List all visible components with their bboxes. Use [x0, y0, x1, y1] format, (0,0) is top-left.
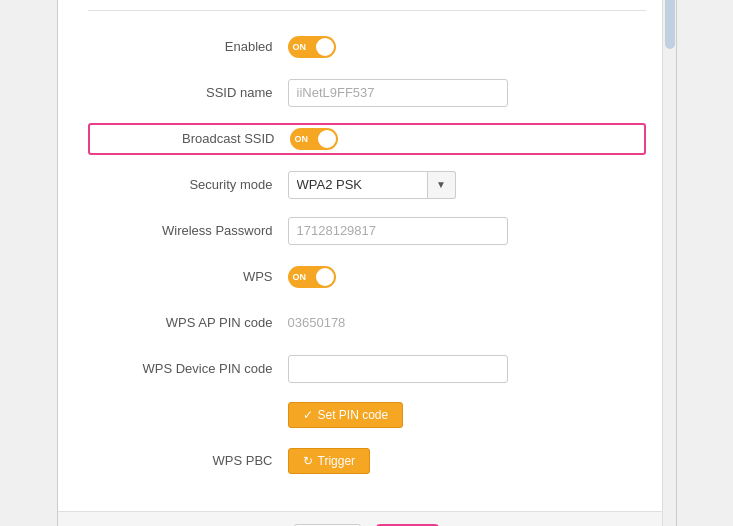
enabled-control: ON [288, 36, 646, 58]
security-mode-label: Security mode [88, 177, 288, 192]
broadcast-ssid-toggle-knob [318, 130, 336, 148]
broadcast-ssid-row: Broadcast SSID ON [88, 123, 646, 155]
wireless-password-input[interactable] [288, 217, 508, 245]
enabled-toggle-label: ON [293, 42, 307, 52]
security-mode-select-wrapper: WPA2 PSK WPA PSK WEP None ▼ [288, 171, 646, 199]
broadcast-ssid-toggle-label: ON [295, 134, 309, 144]
broadcast-ssid-toggle[interactable]: ON [290, 128, 338, 150]
broadcast-ssid-label: Broadcast SSID [90, 131, 290, 146]
wps-row: WPS ON [88, 261, 646, 293]
enabled-toggle[interactable]: ON [288, 36, 336, 58]
trigger-icon: ↻ [303, 454, 313, 468]
access-point-dialog: Access Point Enabled ON SSID name Broadc… [57, 0, 677, 526]
wps-device-pin-label: WPS Device PIN code [88, 361, 288, 376]
security-mode-row: Security mode WPA2 PSK WPA PSK WEP None … [88, 169, 646, 201]
wps-pbc-label: WPS PBC [88, 453, 288, 468]
wireless-password-control [288, 217, 646, 245]
wps-label: WPS [88, 269, 288, 284]
trigger-button[interactable]: ↻ Trigger [288, 448, 371, 474]
wireless-password-row: Wireless Password [88, 215, 646, 247]
trigger-label: Trigger [318, 454, 356, 468]
wps-ap-pin-row: WPS AP PIN code 03650178 [88, 307, 646, 339]
dialog-title: Access Point [88, 0, 646, 11]
wps-toggle-knob [316, 268, 334, 286]
set-pin-label: Set PIN code [318, 408, 389, 422]
wps-pbc-row: WPS PBC ↻ Trigger [88, 445, 646, 477]
wps-toggle[interactable]: ON [288, 266, 336, 288]
enabled-row: Enabled ON [88, 31, 646, 63]
ssid-name-row: SSID name [88, 77, 646, 109]
set-pin-button[interactable]: ✓ Set PIN code [288, 402, 404, 428]
enabled-label: Enabled [88, 39, 288, 54]
ssid-name-control [288, 79, 646, 107]
wireless-password-label: Wireless Password [88, 223, 288, 238]
wps-control: ON [288, 266, 646, 288]
wps-pbc-control: ↻ Trigger [288, 448, 646, 474]
scrollbar-thumb[interactable] [665, 0, 675, 49]
wps-toggle-label: ON [293, 272, 307, 282]
dialog-body: Access Point Enabled ON SSID name Broadc… [58, 0, 676, 511]
wps-device-pin-control [288, 355, 646, 383]
dialog-footer: Cancel Save [58, 511, 676, 527]
wps-ap-pin-value: 03650178 [288, 315, 346, 330]
set-pin-row: ✓ Set PIN code [88, 399, 646, 431]
set-pin-icon: ✓ [303, 408, 313, 422]
wps-ap-pin-control: 03650178 [288, 315, 646, 330]
wps-device-pin-row: WPS Device PIN code [88, 353, 646, 385]
enabled-toggle-knob [316, 38, 334, 56]
ssid-name-label: SSID name [88, 85, 288, 100]
security-mode-arrow[interactable]: ▼ [428, 171, 456, 199]
security-mode-select[interactable]: WPA2 PSK WPA PSK WEP None [288, 171, 428, 199]
wps-ap-pin-label: WPS AP PIN code [88, 315, 288, 330]
ssid-name-input[interactable] [288, 79, 508, 107]
set-pin-control: ✓ Set PIN code [288, 402, 646, 428]
wps-device-pin-input[interactable] [288, 355, 508, 383]
scrollbar-track[interactable] [662, 0, 676, 526]
security-mode-control: WPA2 PSK WPA PSK WEP None ▼ [288, 171, 646, 199]
broadcast-ssid-control: ON [290, 128, 636, 150]
